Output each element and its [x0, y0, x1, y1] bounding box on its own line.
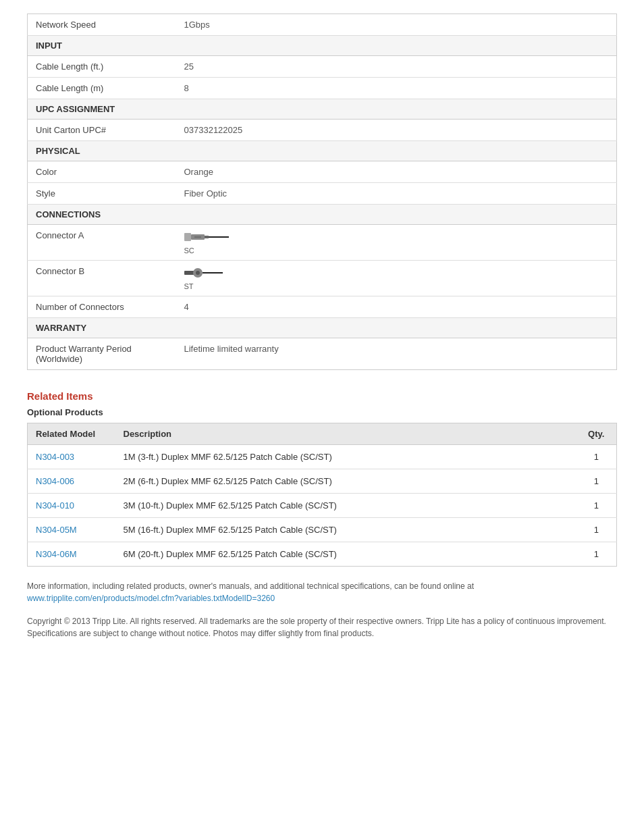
- related-table-row: N304-0103M (10-ft.) Duplex MMF 62.5/125 …: [28, 494, 617, 518]
- footer-link[interactable]: www.tripplite.com/en/products/model.cfm?…: [27, 594, 275, 603]
- related-model-link[interactable]: N304-05M: [36, 525, 77, 535]
- spec-label: Number of Connectors: [28, 296, 176, 318]
- footer-info-text: More information, including related prod…: [27, 581, 474, 591]
- spec-row: Cable Length (ft.)25: [28, 56, 617, 78]
- spec-value: Fiber Optic: [176, 183, 617, 205]
- related-model-header: Related Model: [28, 423, 115, 445]
- related-qty-cell: 1: [576, 469, 617, 494]
- spec-connector-row: Connector B ST: [28, 261, 617, 296]
- spec-row: Cable Length (m)8: [28, 78, 617, 99]
- related-table-row: N304-0031M (3-ft.) Duplex MMF 62.5/125 P…: [28, 445, 617, 469]
- spec-label: Unit Carton UPC#: [28, 120, 176, 141]
- spec-row: Network Speed1Gbps: [28, 14, 617, 36]
- spec-row: ColorOrange: [28, 161, 617, 183]
- related-model-cell: N304-006: [28, 469, 115, 494]
- related-description-cell: 5M (16-ft.) Duplex MMF 62.5/125 Patch Ca…: [115, 518, 576, 542]
- related-model-link[interactable]: N304-010: [36, 500, 74, 511]
- related-qty-cell: 1: [576, 445, 617, 469]
- spec-value: 1Gbps: [176, 14, 617, 36]
- related-model-link[interactable]: N304-006: [36, 476, 74, 486]
- spec-section-header: UPC ASSIGNMENT: [28, 99, 617, 120]
- spec-row: StyleFiber Optic: [28, 183, 617, 205]
- related-model-cell: N304-010: [28, 494, 115, 518]
- spec-label: Network Speed: [28, 14, 176, 36]
- related-qty-header: Qty.: [576, 423, 617, 445]
- spec-value: Lifetime limited warranty: [176, 338, 617, 370]
- st-connector-img: ST: [184, 266, 609, 290]
- related-model-cell: N304-06M: [28, 542, 115, 567]
- spec-label: Cable Length (m): [28, 78, 176, 99]
- related-table: Related Model Description Qty. N304-0031…: [27, 423, 617, 567]
- spec-section-header: PHYSICAL: [28, 141, 617, 161]
- svg-rect-0: [184, 233, 191, 241]
- related-items-section: Related Items Optional Products Related …: [27, 390, 617, 567]
- related-table-row: N304-0062M (6-ft.) Duplex MMF 62.5/125 P…: [28, 469, 617, 494]
- spec-value: Orange: [176, 161, 617, 183]
- related-table-header-row: Related Model Description Qty.: [28, 423, 617, 445]
- related-description-cell: 2M (6-ft.) Duplex MMF 62.5/125 Patch Cab…: [115, 469, 576, 494]
- spec-label: Product Warranty Period (Worldwide): [28, 338, 176, 370]
- related-table-row: N304-05M5M (16-ft.) Duplex MMF 62.5/125 …: [28, 518, 617, 542]
- spec-label: Cable Length (ft.): [28, 56, 176, 78]
- related-items-title: Related Items: [27, 390, 617, 402]
- spec-table: Network Speed1GbpsINPUTCable Length (ft.…: [27, 14, 617, 370]
- connector-value-cell: ST: [176, 261, 617, 296]
- connector-label-cell: Connector A: [28, 225, 176, 261]
- spec-value: 8: [176, 78, 617, 99]
- svg-point-7: [196, 271, 200, 275]
- related-qty-cell: 1: [576, 542, 617, 567]
- st-connector-svg: [184, 266, 238, 281]
- spec-value: 25: [176, 56, 617, 78]
- related-model-link[interactable]: N304-06M: [36, 549, 77, 559]
- sc-connector-svg: [184, 230, 238, 245]
- spec-section-header: INPUT: [28, 36, 617, 56]
- spec-section-header: CONNECTIONS: [28, 205, 617, 225]
- related-model-link[interactable]: N304-003: [36, 452, 74, 462]
- spec-row: Unit Carton UPC#037332122025: [28, 120, 617, 141]
- spec-row: Product Warranty Period (Worldwide)Lifet…: [28, 338, 617, 370]
- related-table-row: N304-06M6M (20-ft.) Duplex MMF 62.5/125 …: [28, 542, 617, 567]
- spec-label: Style: [28, 183, 176, 205]
- sc-connector-img: SC: [184, 230, 609, 255]
- spec-label: Color: [28, 161, 176, 183]
- spec-value: 037332122025: [176, 120, 617, 141]
- related-description-header: Description: [115, 423, 576, 445]
- related-model-cell: N304-003: [28, 445, 115, 469]
- sc-label: SC: [184, 246, 609, 255]
- related-model-cell: N304-05M: [28, 518, 115, 542]
- spec-connector-row: Connector A SC: [28, 225, 617, 261]
- spec-row: Number of Connectors4: [28, 296, 617, 318]
- related-description-cell: 1M (3-ft.) Duplex MMF 62.5/125 Patch Cab…: [115, 445, 576, 469]
- related-description-cell: 3M (10-ft.) Duplex MMF 62.5/125 Patch Ca…: [115, 494, 576, 518]
- related-qty-cell: 1: [576, 518, 617, 542]
- optional-products-label: Optional Products: [27, 407, 617, 417]
- copyright-text: Copyright © 2013 Tripp Lite. All rights …: [27, 615, 617, 640]
- st-label: ST: [184, 282, 609, 290]
- spec-section-header: WARRANTY: [28, 318, 617, 338]
- spec-value: 4: [176, 296, 617, 318]
- related-description-cell: 6M (20-ft.) Duplex MMF 62.5/125 Patch Ca…: [115, 542, 576, 567]
- connector-label-cell: Connector B: [28, 261, 176, 296]
- footer-info: More information, including related prod…: [27, 580, 617, 604]
- svg-rect-8: [203, 272, 223, 273]
- related-qty-cell: 1: [576, 494, 617, 518]
- connector-value-cell: SC: [176, 225, 617, 261]
- svg-rect-3: [209, 236, 229, 238]
- svg-rect-2: [205, 236, 209, 238]
